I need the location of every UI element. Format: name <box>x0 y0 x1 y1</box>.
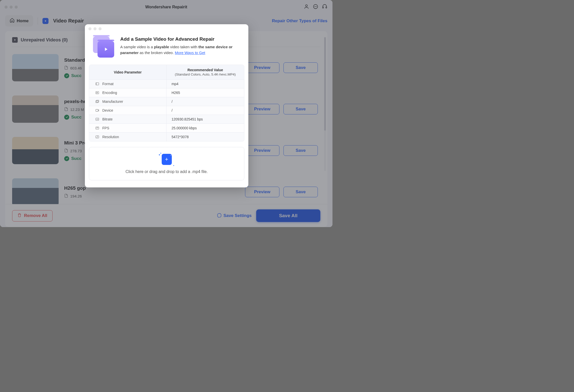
more-ways-link[interactable]: More Ways to Get <box>175 51 205 55</box>
modal-title: Add a Sample Video for Advanced Repair <box>120 36 240 42</box>
param-value: H265 <box>166 88 244 97</box>
modal-window-controls <box>85 24 248 30</box>
svg-rect-9 <box>96 101 98 103</box>
param-label: Device <box>89 106 166 115</box>
sample-video-icon <box>93 36 115 58</box>
table-header-value-sub: (Standard Colors, Auto, 5.4K-hevc.MP4) <box>171 72 240 76</box>
modal-desc-text: as the broken video. <box>139 51 175 55</box>
advanced-repair-modal: Add a Sample Video for Advanced Repair A… <box>85 24 248 187</box>
param-value: 5472*3078 <box>166 133 244 141</box>
table-header-parameter: Video Parameter <box>89 65 166 79</box>
param-value: 120930.825451 bps <box>166 115 244 124</box>
table-row: Bitrate 120930.825451 bps <box>89 115 244 124</box>
param-value: 25.000000 kbps <box>166 124 244 132</box>
param-label: Bitrate <box>89 115 166 124</box>
table-row: FPS 25.000000 kbps <box>89 124 244 132</box>
dropzone-text: Click here or drag and drop to add a .mp… <box>126 169 208 174</box>
param-value: mp4 <box>166 80 244 88</box>
table-header-value-title: Recommended Value <box>171 68 240 72</box>
modal-maximize-icon[interactable] <box>99 27 102 30</box>
param-label: Format <box>89 80 166 88</box>
table-row: Resolution 5472*3078 <box>89 132 244 141</box>
table-row: Format mp4 <box>89 79 244 88</box>
svg-rect-7 <box>96 83 99 85</box>
modal-desc-text: video taken with <box>169 45 198 49</box>
param-label: Resolution <box>89 133 166 141</box>
param-label: Encoding <box>89 88 166 97</box>
modal-header-text: Add a Sample Video for Advanced Repair A… <box>120 36 240 58</box>
svg-rect-10 <box>97 100 99 102</box>
table-row: Device / <box>89 106 244 115</box>
parameter-table: Video Parameter Recommended Value (Stand… <box>89 65 244 141</box>
svg-rect-11 <box>96 109 98 111</box>
modal-close-icon[interactable] <box>88 27 91 30</box>
modal-desc-bold: playable <box>154 45 169 49</box>
modal-header: Add a Sample Video for Advanced Repair A… <box>85 30 248 63</box>
file-dropzone[interactable]: + Click here or drag and drop to add a .… <box>89 147 244 180</box>
param-value: / <box>166 97 244 106</box>
table-row: Encoding H265 <box>89 88 244 97</box>
table-header-value: Recommended Value (Standard Colors, Auto… <box>166 65 244 79</box>
add-file-icon: + <box>159 153 175 166</box>
param-value: / <box>166 106 244 115</box>
modal-desc-text: A sample video is a <box>120 45 154 49</box>
table-row: Manufacturer / <box>89 97 244 106</box>
modal-description: A sample video is a playable video taken… <box>120 44 240 56</box>
param-label: Manufacturer <box>89 97 166 106</box>
modal-minimize-icon[interactable] <box>93 27 97 30</box>
table-header: Video Parameter Recommended Value (Stand… <box>89 65 244 79</box>
param-label: FPS <box>89 124 166 132</box>
